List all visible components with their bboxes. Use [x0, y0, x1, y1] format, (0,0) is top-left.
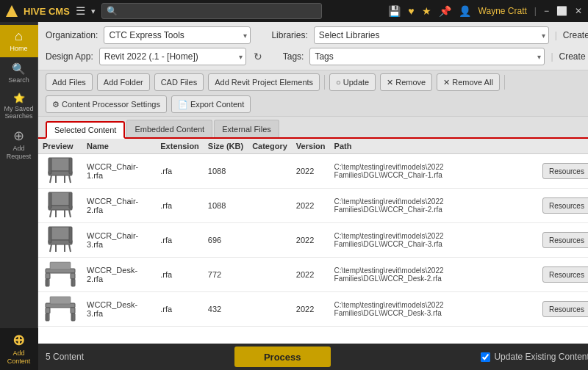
- sidebar-item-add-content[interactable]: ⊕ AddContent: [0, 328, 38, 370]
- col-actions: [538, 139, 588, 154]
- update-button[interactable]: ○ Update: [329, 73, 376, 91]
- svg-line-2: [50, 175, 51, 183]
- cad-files-button[interactable]: CAD Files: [154, 73, 204, 91]
- lib-select[interactable]: Select Libraries: [314, 26, 549, 44]
- version-cell: 2022: [292, 258, 330, 292]
- sidebar: ⌂ Home 🔍 Search ⭐ My SavedSearches ⊕ Add…: [0, 22, 38, 370]
- category-cell: [248, 258, 292, 292]
- dropdown-icon[interactable]: ▾: [91, 7, 96, 16]
- table-row: WCCR_Desk-3.rfa.rfa4322022C:\temp\testin…: [38, 292, 588, 327]
- svg-rect-36: [71, 308, 75, 313]
- add-request-icon: ⊕: [13, 129, 24, 142]
- category-cell: [248, 223, 292, 258]
- resources-button[interactable]: Resources: [542, 197, 588, 214]
- tags-select-wrap: Tags: [309, 48, 545, 65]
- update-radio-icon: ○: [336, 78, 341, 87]
- update-existing-wrap: Update Existing Content: [481, 352, 588, 362]
- saved-searches-icon: ⭐: [13, 93, 25, 103]
- resources-button[interactable]: Resources: [542, 301, 588, 317]
- resources-button[interactable]: Resources: [542, 266, 588, 283]
- path-cell: C:\temp\testing\revit\models\2022 Famili…: [330, 154, 539, 189]
- resources-button[interactable]: Resources: [542, 232, 588, 248]
- menu-icon[interactable]: ☰: [76, 4, 85, 18]
- chair-preview-icon: [43, 156, 78, 184]
- name-cell: WCCR_Chair-2.rfa: [82, 189, 156, 223]
- chair-preview-icon: [43, 191, 78, 219]
- pin-icon[interactable]: 📌: [439, 5, 451, 17]
- extension-cell: .rfa: [156, 258, 204, 292]
- design-select-wrap: Revit 2022 (.1 - [Home]): [99, 48, 246, 65]
- content-count: 5 Content: [46, 352, 84, 362]
- category-cell: [248, 292, 292, 327]
- sidebar-item-home[interactable]: ⌂ Home: [0, 25, 38, 57]
- table-row: WCCR_Desk-2.rfa.rfa7722022C:\temp\testin…: [38, 258, 588, 292]
- update-existing-checkbox[interactable]: [481, 352, 490, 362]
- add-files-button[interactable]: Add Files: [46, 73, 93, 91]
- tab-embedded-content[interactable]: Embedded Content: [126, 120, 212, 137]
- processor-settings-button[interactable]: ⚙ Content Processor Settings: [46, 95, 167, 113]
- preview-cell: [38, 189, 82, 223]
- path-cell: C:\temp\testing\revit\models\2022 Famili…: [330, 223, 539, 258]
- heart-icon[interactable]: ♥: [408, 5, 414, 17]
- lib-select-wrap: Select Libraries: [314, 26, 549, 44]
- extension-cell: .rfa: [156, 154, 204, 189]
- content-area: Organization: CTC Express Tools Librarie…: [38, 22, 588, 370]
- sidebar-item-request[interactable]: ⊕ AddRequest: [0, 125, 38, 165]
- search-input[interactable]: [121, 7, 317, 15]
- app-title: HIVE CMS: [24, 6, 70, 17]
- svg-rect-0: [50, 158, 71, 171]
- create-lib-link[interactable]: Create: [563, 30, 588, 40]
- resources-button[interactable]: Resources: [542, 163, 588, 179]
- org-select[interactable]: CTC Express Tools: [104, 26, 251, 44]
- tab-external-files[interactable]: External Files: [214, 120, 279, 137]
- svg-rect-14: [49, 192, 51, 208]
- remove-x-icon: ✕: [387, 78, 393, 87]
- svg-rect-22: [49, 227, 51, 243]
- sidebar-item-saved[interactable]: ⭐ My SavedSearches: [0, 90, 38, 124]
- remove-button[interactable]: ✕ Remove: [380, 73, 432, 91]
- save-icon[interactable]: 💾: [388, 5, 401, 17]
- design-select[interactable]: Revit 2022 (.1 - [Home]): [99, 48, 246, 65]
- close-icon[interactable]: ✕: [575, 6, 582, 16]
- topbar: Organization: CTC Express Tools Librarie…: [38, 22, 588, 70]
- create-tag-link[interactable]: Create: [559, 51, 586, 62]
- chair-preview-icon: [43, 225, 78, 253]
- refresh-icon[interactable]: ↻: [254, 51, 262, 62]
- remove-all-button[interactable]: ✕ Remove All: [437, 73, 500, 91]
- svg-rect-33: [46, 308, 50, 313]
- category-cell: [248, 154, 292, 189]
- table-row: WCCR_Chair-3.rfa.rfa6962022C:\temp\testi…: [38, 223, 588, 258]
- table-row: WCCR_Chair-1.rfa.rfa10882022C:\temp\test…: [38, 154, 588, 189]
- resources-cell: Resources: [538, 292, 588, 327]
- name-cell: WCCR_Desk-2.rfa: [82, 258, 156, 292]
- resources-cell: Resources: [538, 223, 588, 258]
- maximize-icon[interactable]: ⬜: [556, 6, 567, 16]
- search-box: 🔍: [101, 3, 322, 19]
- statusbar: 5 Content Process Update Existing Conten…: [38, 344, 588, 370]
- svg-rect-9: [49, 206, 72, 210]
- desk-preview-icon: [43, 294, 78, 322]
- tab-selected-content[interactable]: Selected Content: [46, 121, 125, 139]
- col-name: Name: [82, 139, 156, 154]
- col-size: Size (KB): [204, 139, 248, 154]
- add-folder-button[interactable]: Add Folder: [97, 73, 150, 91]
- tags-select[interactable]: Tags: [309, 48, 545, 65]
- add-revit-button[interactable]: Add Revit Project Elements: [208, 73, 320, 91]
- resources-cell: Resources: [538, 258, 588, 292]
- search-sidebar-icon: 🔍: [12, 63, 26, 74]
- col-category: Category: [248, 139, 292, 154]
- sidebar-item-search[interactable]: 🔍 Search: [0, 59, 38, 89]
- minimize-icon[interactable]: −: [544, 6, 549, 16]
- svg-rect-31: [50, 262, 71, 269]
- search-icon: 🔍: [107, 6, 118, 16]
- star-icon[interactable]: ★: [422, 5, 431, 17]
- svg-rect-17: [49, 240, 72, 244]
- process-button[interactable]: Process: [234, 347, 331, 367]
- name-cell: WCCR_Chair-1.rfa: [82, 154, 156, 189]
- extension-cell: .rfa: [156, 292, 204, 327]
- svg-rect-15: [69, 192, 72, 208]
- size-cell: 1088: [204, 189, 248, 223]
- svg-rect-25: [46, 273, 50, 279]
- category-cell: [248, 189, 292, 223]
- export-content-button[interactable]: 📄 Export Content: [171, 95, 251, 113]
